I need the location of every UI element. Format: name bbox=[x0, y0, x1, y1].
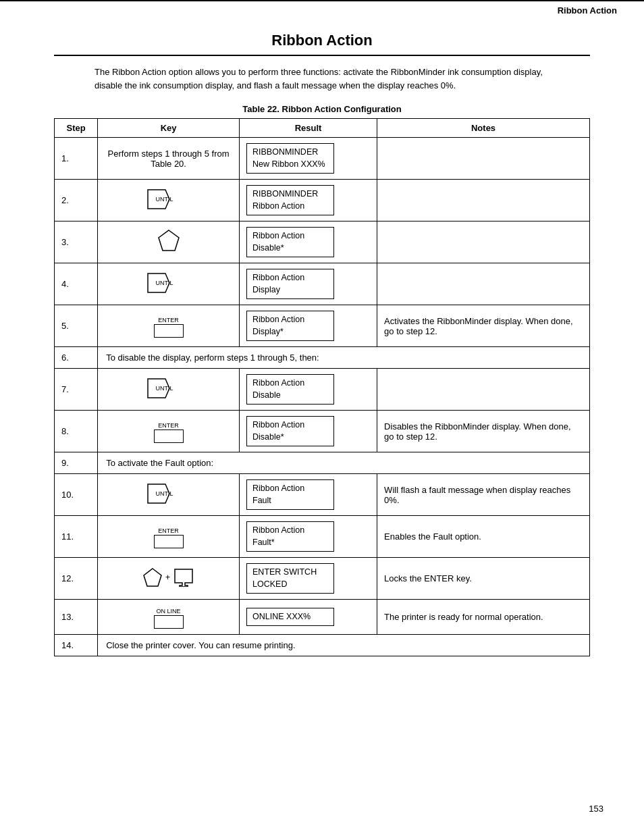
table-row: 7. UNTIL Ribbon ActionDisable bbox=[55, 369, 590, 411]
table-row: 6. To disable the display, perform steps… bbox=[55, 347, 590, 369]
svg-marker-6 bbox=[175, 569, 192, 587]
table-row: 2. UNTIL RIBBONMINDERRibbon Action bbox=[55, 180, 590, 221]
key-cell: Perform steps 1 through 5 from Table 20. bbox=[98, 138, 240, 180]
online-key: ON LINE bbox=[154, 608, 184, 629]
step-cell: 8. bbox=[55, 411, 98, 452]
step-cell: 13. bbox=[55, 600, 98, 635]
step-cell: 4. bbox=[55, 263, 98, 305]
page-title: Ribbon Action bbox=[54, 32, 590, 56]
page-footer: 153 bbox=[589, 804, 603, 814]
step-cell: 2. bbox=[55, 180, 98, 221]
result-cell: RIBBONMINDERRibbon Action bbox=[240, 180, 377, 221]
colspan-cell: To activate the Fault option: bbox=[98, 452, 590, 474]
table-caption: Table 22. Ribbon Action Configuration bbox=[54, 104, 590, 114]
result-cell: Ribbon ActionDisplay* bbox=[240, 305, 377, 347]
table-row: 13. ON LINE ONLINE XXX% The printer is r… bbox=[55, 600, 590, 635]
result-cell: ONLINE XXX% bbox=[240, 600, 377, 635]
notes-cell: Activates the RibbonMinder display. When… bbox=[377, 305, 590, 347]
step-cell: 12. bbox=[55, 558, 98, 600]
col-header-key: Key bbox=[98, 119, 240, 138]
notes-cell: The printer is ready for normal operatio… bbox=[377, 600, 590, 635]
table-row: 14. Close the printer cover. You can res… bbox=[55, 635, 590, 656]
main-table: Step Key Result Notes 1. Perform steps 1… bbox=[54, 118, 590, 656]
result-box: Ribbon ActionFault bbox=[246, 479, 334, 510]
key-cell: ENTER bbox=[98, 411, 240, 452]
enter-key: ENTER bbox=[154, 527, 184, 548]
step-cell: 3. bbox=[55, 221, 98, 263]
enter-key: ENTER bbox=[154, 422, 184, 443]
notes-cell: Locks the ENTER key. bbox=[377, 558, 590, 600]
notes-cell: Will flash a fault message when display … bbox=[377, 474, 590, 516]
key-cell: ON LINE bbox=[98, 600, 240, 635]
pentagon-key bbox=[105, 229, 232, 255]
key-cell: + bbox=[98, 558, 240, 600]
table-row: 12. + ENTER SWITCHLOCKED Locks the ENTER… bbox=[55, 558, 590, 600]
result-cell: Ribbon ActionDisable bbox=[240, 369, 377, 411]
col-header-notes: Notes bbox=[377, 119, 590, 138]
key-cell: UNTIL bbox=[98, 180, 240, 221]
table-row: 9. To activate the Fault option: bbox=[55, 452, 590, 474]
intro-text: The Ribbon Action option allows you to p… bbox=[95, 66, 549, 92]
notes-cell bbox=[377, 369, 590, 411]
table-row: 10. UNTIL Ribbon ActionFault Will flash … bbox=[55, 474, 590, 516]
result-cell: Ribbon ActionDisable* bbox=[240, 221, 377, 263]
notes-cell: Enables the Fault option. bbox=[377, 516, 590, 558]
result-box: RIBBONMINDERNew Ribbon XXX% bbox=[246, 143, 334, 174]
key-cell: UNTIL bbox=[98, 263, 240, 305]
svg-marker-1 bbox=[159, 230, 179, 251]
step-cell: 1. bbox=[55, 138, 98, 180]
result-cell: Ribbon ActionFault* bbox=[240, 516, 377, 558]
until-key: UNTIL bbox=[145, 272, 192, 294]
enter-key: ENTER bbox=[154, 317, 184, 338]
table-row: 8. ENTER Ribbon ActionDisable* Disables … bbox=[55, 411, 590, 452]
col-header-result: Result bbox=[240, 119, 377, 138]
result-box: Ribbon ActionDisable* bbox=[246, 227, 334, 257]
key-cell bbox=[98, 221, 240, 263]
colspan-cell: Close the printer cover. You can resume … bbox=[98, 635, 590, 656]
step-cell: 14. bbox=[55, 635, 98, 656]
result-box: ONLINE XXX% bbox=[246, 608, 334, 627]
table-row: 3. Ribbon ActionDisable* bbox=[55, 221, 590, 263]
result-box: ENTER SWITCHLOCKED bbox=[246, 563, 334, 594]
table-row: 1. Perform steps 1 through 5 from Table … bbox=[55, 138, 590, 180]
result-box: Ribbon ActionDisplay* bbox=[246, 311, 334, 341]
page-number: 153 bbox=[589, 804, 603, 814]
key-cell: UNTIL bbox=[98, 369, 240, 411]
page-header: Ribbon Action bbox=[0, 0, 644, 18]
combo-key: + bbox=[142, 567, 194, 588]
key-cell: ENTER bbox=[98, 305, 240, 347]
notes-cell: Disables the RibbonMinder display. When … bbox=[377, 411, 590, 452]
step-cell: 6. bbox=[55, 347, 98, 369]
until-key: UNTIL bbox=[145, 188, 192, 210]
step-cell: 5. bbox=[55, 305, 98, 347]
key-cell: UNTIL bbox=[98, 474, 240, 516]
svg-marker-5 bbox=[144, 569, 161, 586]
table-row: 11. ENTER Ribbon ActionFault* Enables th… bbox=[55, 516, 590, 558]
result-box: Ribbon ActionDisplay bbox=[246, 269, 334, 299]
step-cell: 11. bbox=[55, 516, 98, 558]
result-box: Ribbon ActionFault* bbox=[246, 521, 334, 552]
notes-cell bbox=[377, 221, 590, 263]
colspan-cell: To disable the display, perform steps 1 … bbox=[98, 347, 590, 369]
result-cell: Ribbon ActionFault bbox=[240, 474, 377, 516]
result-box: RIBBONMINDERRibbon Action bbox=[246, 185, 334, 215]
table-row: 4. UNTIL Ribbon ActionDisplay bbox=[55, 263, 590, 305]
key-cell: ENTER bbox=[98, 516, 240, 558]
step-cell: 7. bbox=[55, 369, 98, 411]
until-key: UNTIL bbox=[145, 483, 192, 504]
content-area: Ribbon Action The Ribbon Action option a… bbox=[0, 25, 644, 683]
notes-cell bbox=[377, 263, 590, 305]
table-row: 5. ENTER Ribbon ActionDisplay* Activates… bbox=[55, 305, 590, 347]
step-cell: 10. bbox=[55, 474, 98, 516]
notes-cell bbox=[377, 180, 590, 221]
step-cell: 9. bbox=[55, 452, 98, 474]
result-cell: Ribbon ActionDisable* bbox=[240, 411, 377, 452]
col-header-step: Step bbox=[55, 119, 98, 138]
until-key: UNTIL bbox=[145, 377, 192, 399]
result-cell: RIBBONMINDERNew Ribbon XXX% bbox=[240, 138, 377, 180]
result-box: Ribbon ActionDisable* bbox=[246, 416, 334, 446]
key-text: Perform steps 1 through 5 from Table 20. bbox=[108, 149, 230, 169]
result-box: Ribbon ActionDisable bbox=[246, 374, 334, 405]
result-cell: ENTER SWITCHLOCKED bbox=[240, 558, 377, 600]
notes-cell bbox=[377, 138, 590, 180]
